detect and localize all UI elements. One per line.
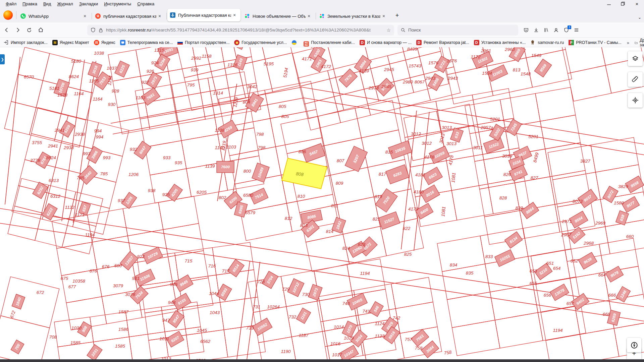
parcel[interactable]	[15, 178, 49, 213]
parcel[interactable]	[437, 236, 485, 272]
tab-1[interactable]: WhatsApp×	[18, 10, 91, 22]
parcel[interactable]	[546, 335, 585, 362]
bookmark-2[interactable]: MЯндекс Маркет	[52, 40, 89, 45]
bookmark-3[interactable]: ЯЯндекс	[94, 40, 115, 45]
extension-icon[interactable]: 3	[561, 25, 571, 35]
parcel[interactable]	[4, 102, 36, 135]
parcel[interactable]	[204, 47, 238, 72]
parcel[interactable]	[219, 90, 270, 127]
reload-button[interactable]	[24, 25, 34, 35]
parcel[interactable]	[270, 110, 322, 147]
parcel[interactable]	[306, 234, 350, 272]
bookmark-11[interactable]: DУстановка антенны «...	[474, 40, 526, 45]
bookmark-5[interactable]: Портал государствен...	[177, 40, 229, 45]
parcel[interactable]	[0, 316, 50, 362]
layers-button[interactable]	[628, 51, 643, 66]
tab-4[interactable]: Новое объявление — Объявл×	[242, 10, 315, 22]
locate-button[interactable]	[627, 338, 641, 352]
parcel[interactable]	[8, 206, 42, 241]
tab-close-icon[interactable]: ×	[156, 13, 163, 19]
parcel[interactable]	[452, 320, 500, 356]
account-icon[interactable]	[551, 25, 561, 35]
parcel[interactable]	[580, 328, 619, 362]
menu-журнал[interactable]: Журнал	[54, 1, 76, 7]
parcel[interactable]	[291, 331, 330, 362]
parcel[interactable]	[318, 108, 362, 146]
bookmark-9[interactable]: DИ снова вариатор — ...	[360, 40, 412, 45]
bookmark-12[interactable]: samovar-ru.ru	[530, 40, 564, 45]
menu-закладки[interactable]: Закладки	[76, 1, 101, 7]
back-button[interactable]	[1, 25, 11, 35]
parcel[interactable]	[177, 47, 211, 78]
parcel[interactable]	[488, 178, 530, 214]
menu-файл[interactable]: Файл	[3, 1, 19, 7]
parcel[interactable]	[395, 302, 437, 334]
parcel[interactable]	[186, 330, 228, 362]
bookmark-10[interactable]: DРемонт Вариатора jat...	[416, 40, 469, 45]
menu-инструменты[interactable]: Инструменты	[101, 1, 134, 7]
parcel[interactable]	[211, 65, 246, 104]
pocket-icon[interactable]	[521, 25, 531, 35]
tab-close-icon[interactable]: ×	[380, 13, 387, 19]
tracking-shield-icon[interactable]	[91, 27, 96, 33]
parcel[interactable]	[265, 81, 316, 118]
tab-close-icon[interactable]: ×	[231, 12, 238, 18]
cadastral-map[interactable]: 5457520710635628375201152780866301184295…	[0, 47, 644, 362]
menu-icon[interactable]	[571, 25, 581, 35]
menu-правка[interactable]: Правка	[19, 1, 40, 7]
parcel[interactable]	[330, 167, 374, 205]
tab-3[interactable]: Публичная кадастровая карта×	[167, 9, 240, 21]
search-bar[interactable]: Поиск	[397, 25, 518, 36]
lock-icon[interactable]	[99, 28, 103, 33]
parcel[interactable]	[355, 101, 399, 138]
parcel[interactable]	[265, 53, 300, 92]
parcel[interactable]	[495, 312, 543, 348]
bookmark-star-icon[interactable]: ☆	[386, 27, 391, 33]
ruler-button[interactable]	[628, 72, 643, 87]
bookmark-1[interactable]: Импорт закладок...	[3, 40, 48, 45]
tab-close-icon[interactable]: ×	[306, 13, 312, 19]
parcel[interactable]	[528, 249, 576, 284]
map-canvas[interactable]: 5457520710635628375201152780866301184295…	[0, 47, 644, 362]
highlighted-parcel-808[interactable]	[282, 158, 327, 189]
parcel[interactable]	[391, 277, 433, 309]
coordinates-button[interactable]	[628, 93, 643, 108]
sidebar-expander[interactable]: ❯	[0, 54, 5, 64]
restore-button[interactable]	[616, 0, 630, 7]
parcel[interactable]	[397, 47, 440, 60]
parcel[interactable]	[73, 201, 110, 234]
downloads-icon[interactable]	[531, 25, 541, 35]
bookmark-13[interactable]: PPROTанки.TV - Самы...	[569, 40, 622, 45]
tab-2[interactable]: Япубличная кадастровая карта×	[93, 10, 166, 22]
bookmark-8[interactable]: RGRUПостановление каби...	[304, 40, 355, 45]
parcel[interactable]	[126, 307, 165, 337]
parcel[interactable]	[30, 108, 61, 141]
parcel[interactable]	[240, 203, 292, 241]
parcel[interactable]	[562, 47, 605, 73]
parcel[interactable]	[32, 108, 68, 141]
minimize-button[interactable]	[602, 0, 616, 7]
parcel[interactable]	[568, 65, 611, 101]
bookmarks-overflow-chevron[interactable]: »	[627, 40, 629, 45]
parcel[interactable]	[490, 285, 538, 320]
tab-close-icon[interactable]: ×	[82, 13, 88, 19]
list-all-tabs-icon[interactable]: ⌄	[638, 15, 641, 20]
other-bookmarks-button[interactable]: Другие закладки	[635, 38, 644, 47]
parcel[interactable]	[259, 337, 297, 362]
close-button[interactable]: ×	[630, 0, 644, 7]
firefox-logo-icon[interactable]	[3, 10, 13, 20]
parcel[interactable]	[538, 305, 586, 341]
parcel[interactable]	[591, 137, 638, 172]
url-bar[interactable]: https://pkk.rosreestr.ru/#/search/55.791…	[87, 25, 394, 36]
library-icon[interactable]	[541, 25, 551, 35]
parcel[interactable]	[304, 97, 341, 130]
home-button[interactable]	[36, 25, 46, 35]
parcel[interactable]	[337, 197, 380, 234]
forward-button[interactable]	[13, 25, 23, 35]
new-tab-button[interactable]: +	[392, 10, 402, 21]
parcel[interactable]	[523, 221, 571, 256]
parcel[interactable]	[520, 47, 566, 58]
bookmark-7[interactable]	[291, 40, 299, 45]
parcel[interactable]	[1, 277, 59, 328]
parcel[interactable]	[451, 184, 493, 220]
